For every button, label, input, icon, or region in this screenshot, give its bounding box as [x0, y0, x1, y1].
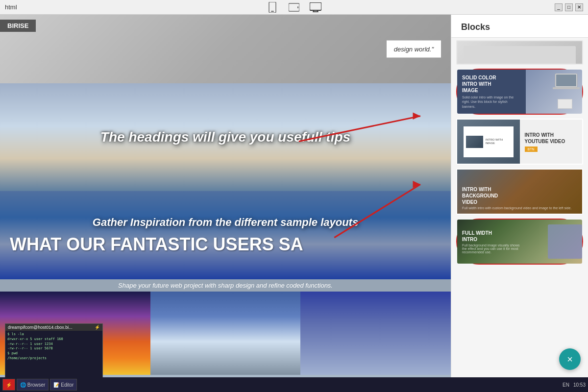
block-fw-image [548, 224, 582, 259]
close-window-button[interactable]: ✕ [575, 3, 583, 11]
terminal-header: dreampifcom@host014.cbox.bi... ⚡ [5, 324, 102, 331]
device-switcher [267, 1, 321, 13]
clouds-image [150, 292, 301, 375]
taskbar-browser[interactable]: 🌐 Browser [17, 379, 49, 391]
terminal-line-1: $ ls -la [7, 332, 100, 337]
terminal-line-2: drwxr-xr-x 5 user staff 160 [7, 337, 100, 342]
minimize-button[interactable]: _ [555, 3, 563, 11]
preview-top-section: BIRISE design world." [0, 15, 451, 83]
block-item-bgvideo[interactable]: INTRO WITHBACKGROUNDVIDEO Full width int… [456, 169, 583, 215]
blocks-panel: Blocks SOLID COLORINTRO WITHIMAGE Solid … [451, 15, 588, 392]
blocks-list: SOLID COLORINTRO WITHIMAGE Solid color i… [451, 38, 588, 376]
block-bgvideo-desc: Full width intro with custom background … [462, 206, 571, 210]
block-inner-partial [457, 41, 582, 65]
terminal-line-5: $ pwd [7, 351, 100, 356]
block-bgvideo-title: INTRO WITHBACKGROUNDVIDEO [462, 186, 571, 205]
blocks-panel-title: Blocks [451, 15, 588, 38]
quote-box: design world." [387, 41, 441, 58]
fab-close-button[interactable]: × [559, 348, 581, 370]
mobile-view-button[interactable] [267, 1, 278, 13]
main-layout: BIRISE design world." The headings will … [0, 15, 588, 392]
preview-heading-section: The headings will give you usefull tips [0, 83, 451, 191]
terminal-line-4: -rw-r--r-- 1 user 5678 [7, 346, 100, 351]
city-image [300, 292, 451, 375]
title-bar: html _ □ ✕ [0, 0, 588, 15]
taskbar-right: EN 10:53 [563, 382, 586, 388]
terminal-title: dreampifcom@host014.cbox.bi... [8, 325, 73, 330]
taskbar-time: 10:53 [573, 382, 586, 388]
taskbar-lang: EN [563, 382, 569, 388]
svg-rect-1 [271, 11, 274, 12]
svg-rect-11 [556, 74, 576, 86]
block-item-youtube[interactable]: INTRO WITHIMAGE INTRO WITHYOUTUBE VIDEO … [456, 119, 583, 165]
notebook-icon [558, 99, 572, 109]
preview-area: BIRISE design world." The headings will … [0, 15, 451, 392]
svg-rect-3 [297, 6, 298, 8]
what-our-text: WHAT OUR FANTASTIC USERS SA [0, 234, 451, 255]
heading-annotation: The headings will give you usefull tips [100, 129, 350, 146]
block-youtube-preview: INTRO WITHIMAGE INTRO WITHYOUTUBE VIDEO … [457, 120, 582, 164]
block-fw-right [526, 220, 582, 264]
svg-rect-12 [553, 87, 580, 89]
shape-text: Shape your future web project with sharp… [0, 279, 451, 292]
block-bgvideo-content: INTRO WITHBACKGROUNDVIDEO Full width int… [462, 186, 571, 210]
terminal-overlay[interactable]: dreampifcom@host014.cbox.bi... ⚡ $ ls -l… [5, 323, 103, 382]
block-solid-right [526, 70, 582, 114]
block-youtube-mini-text: INTRO WITHIMAGE [486, 138, 503, 145]
terminal-line-6: /home/user/projects [7, 356, 100, 361]
maximize-button[interactable]: □ [565, 3, 573, 11]
block-solid-left: SOLID COLORINTRO WITHIMAGE Solid color i… [457, 70, 526, 114]
block-fw-left: FULL WIDTHINTRO Full background image vi… [457, 226, 526, 258]
preview-bottom-section: Shape your future web project with sharp… [0, 279, 451, 387]
block-solid-title: SOLID COLORINTRO WITHIMAGE [462, 74, 521, 94]
birise-logo: BIRISE [0, 20, 36, 32]
block-youtube-img: INTRO WITHIMAGE [457, 120, 520, 164]
block-fw-desc: Full background image visually shows the… [462, 244, 521, 254]
terminal-line-3: -rw-r--r-- 1 user 1234 [7, 342, 100, 347]
window-title: html [5, 3, 17, 11]
svg-rect-4 [310, 2, 321, 10]
block-youtube-thumb [466, 136, 483, 148]
block-bgvideo-preview: INTRO WITHBACKGROUNDVIDEO Full width int… [457, 170, 582, 214]
block-solid-desc: Solid color intro with image on the righ… [462, 95, 521, 108]
tablet-view-button[interactable] [288, 1, 300, 13]
block-item-partial[interactable] [456, 40, 583, 65]
taskbar-start[interactable]: ⚡ [2, 379, 15, 391]
block-item-solid-color[interactable]: SOLID COLORINTRO WITHIMAGE Solid color i… [456, 69, 583, 115]
taskbar: ⚡ 🌐 Browser 📝 Editor EN 10:53 [0, 377, 588, 392]
fab-icon: × [567, 354, 573, 365]
block-youtube-mini: INTRO WITHIMAGE [464, 126, 514, 157]
block-item-fullwidth[interactable]: FULL WIDTHINTRO Full background image vi… [456, 219, 583, 265]
gather-annotation: Gather Inspiration from the different sa… [93, 216, 358, 230]
terminal-icon: ⚡ [95, 325, 100, 330]
window-controls: _ □ ✕ [555, 3, 583, 11]
block-youtube-btn: BTN [525, 147, 538, 152]
block-youtube-right: INTRO WITHYOUTUBE VIDEO BTN [520, 120, 583, 164]
block-solid-color-preview: SOLID COLORINTRO WITHIMAGE Solid color i… [457, 70, 582, 114]
desktop-view-button[interactable] [310, 1, 321, 13]
block-youtube-title: INTRO WITHYOUTUBE VIDEO [525, 132, 578, 145]
preview-lower-section: Gather Inspiration from the different sa… [0, 191, 451, 279]
block-fw-title: FULL WIDTHINTRO [462, 230, 521, 243]
taskbar-editor[interactable]: 📝 Editor [50, 379, 77, 391]
laptop-icon [553, 74, 580, 92]
block-youtube-left: INTRO WITHIMAGE [457, 120, 520, 164]
terminal-content: $ ls -la drwxr-xr-x 5 user staff 160 -rw… [7, 332, 100, 361]
block-fullwidth-preview: FULL WIDTHINTRO Full background image vi… [457, 220, 582, 264]
